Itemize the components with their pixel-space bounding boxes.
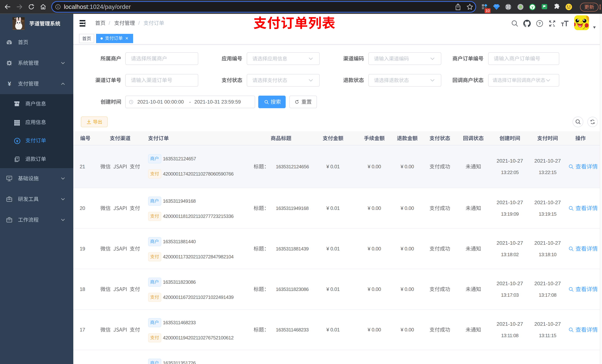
svg-text:?: ? bbox=[538, 21, 541, 26]
svg-text:y: y bbox=[531, 5, 534, 9]
svg-text:¥: ¥ bbox=[8, 81, 11, 87]
svg-text:¥: ¥ bbox=[16, 139, 18, 143]
